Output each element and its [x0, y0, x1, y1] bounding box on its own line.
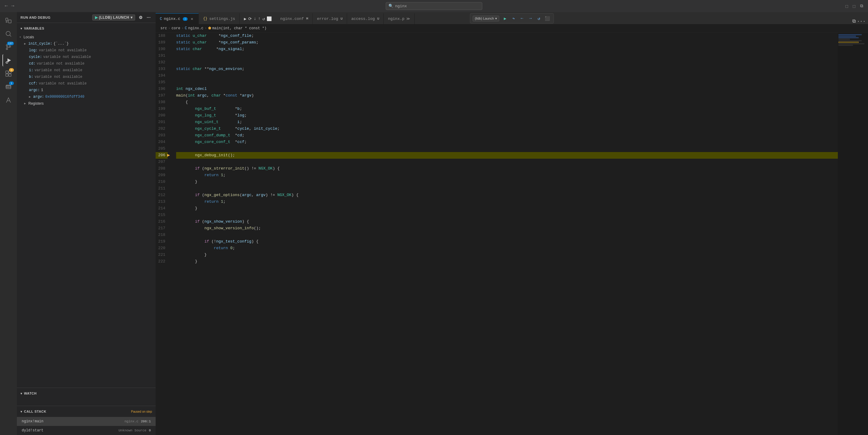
- debug-stepinto-icon[interactable]: ↓: [254, 16, 256, 21]
- var-name-ccf: ccf:: [29, 82, 38, 86]
- line-number-204: 204: [156, 139, 168, 146]
- tab-settings-js[interactable]: {} settings.js: [199, 13, 240, 24]
- layout-icon-2[interactable]: ⬚: [853, 4, 855, 9]
- main-layout: 137 1 1: [0, 12, 868, 435]
- tab-access-log[interactable]: access.log U: [347, 13, 384, 24]
- stop-button[interactable]: ⬛: [544, 15, 551, 22]
- breadcrumb-main[interactable]: ⬟main(int, char * const *): [208, 26, 267, 30]
- watch-panel: ▾ WATCH: [17, 387, 156, 406]
- line-number-190: 190: [156, 46, 168, 53]
- var-cycle[interactable]: cycle: variable not available: [17, 54, 156, 60]
- var-cd[interactable]: cd: variable not available: [17, 60, 156, 67]
- breadcrumb-src[interactable]: src: [160, 26, 167, 30]
- layout-icon-1[interactable]: ⬚: [845, 4, 848, 9]
- tab-nginx-p[interactable]: nginx.p ≫: [384, 13, 415, 24]
- extensions-badge: 1: [9, 68, 14, 72]
- var-log[interactable]: log: variable not available: [17, 47, 156, 54]
- line-number-214: 214: [156, 205, 168, 212]
- breadcrumb-core[interactable]: core: [172, 26, 180, 30]
- debug-arrow-206: ▶: [167, 152, 170, 159]
- debug-stop-icon[interactable]: ⬜: [267, 16, 272, 22]
- debug-config-dropdown[interactable]: ▶ (lldb) Launch ▾: [92, 14, 135, 21]
- locals-group-header[interactable]: ▾ Locals: [17, 34, 156, 40]
- step-into-button[interactable]: ↓: [519, 15, 526, 22]
- search-icon: 🔍: [389, 4, 393, 8]
- line-number-210: 210: [156, 179, 168, 185]
- code-line-199: ngx_buf_t *b;: [176, 105, 838, 112]
- editor-area: (lldb) Launch ▾ ▶ ↷ ↓ ↑ ↺ ⬛ C nginx.c 3 …: [156, 12, 868, 435]
- tab-icon-settings-js: {}: [203, 17, 207, 21]
- activity-item-search[interactable]: [2, 28, 14, 40]
- more-editor-actions-icon[interactable]: ···: [857, 19, 866, 24]
- callstack-item-main[interactable]: nginx!main nginx.c 206:1: [17, 417, 156, 426]
- chevron-down-icon: ▾: [131, 15, 133, 20]
- search-text: nginx: [395, 4, 407, 8]
- debug-config-label: (lldb) Launch: [99, 15, 129, 20]
- var-init-cycle[interactable]: ▶ init_cycle: {`...`}: [17, 40, 156, 47]
- code-editor[interactable]: 1881891901911921931941951961971981992002…: [156, 33, 868, 435]
- svg-rect-1: [8, 20, 11, 23]
- tab-modified-access-log: U: [377, 17, 379, 21]
- svg-point-7: [6, 48, 8, 50]
- var-b[interactable]: b: variable not available: [17, 73, 156, 80]
- callstack-item-start[interactable]: dyld!start Unknown Source 0: [17, 426, 156, 435]
- nav-back-button[interactable]: ←: [5, 3, 8, 9]
- svg-point-8: [9, 46, 11, 48]
- activity-item-gitlens[interactable]: [2, 94, 14, 106]
- titlebar-search[interactable]: 🔍 nginx: [386, 2, 482, 10]
- rdb-actions: ⚙ ···: [137, 14, 152, 21]
- activity-item-run-debug[interactable]: [2, 54, 14, 66]
- registers-label: Registers: [28, 101, 44, 105]
- more-actions-button[interactable]: ···: [145, 14, 152, 21]
- init-cycle-chevron: ▶: [24, 42, 26, 45]
- minimap[interactable]: [838, 33, 868, 435]
- locals-chevron: ▾: [19, 35, 21, 39]
- tab-nginx-c[interactable]: C nginx.c 3 ✕: [156, 13, 199, 24]
- var-argc[interactable]: argc: 1: [17, 87, 156, 94]
- line-number-216: 216: [156, 218, 168, 225]
- callstack-chevron: ▾: [21, 410, 22, 413]
- registers-group-header[interactable]: ▶ Registers: [17, 100, 156, 107]
- line-number-219: 219: [156, 238, 168, 245]
- debug-play-icon: ▶: [95, 15, 98, 20]
- layout-icon-3[interactable]: ⧉: [860, 4, 863, 8]
- nav-forward-button[interactable]: →: [11, 3, 14, 9]
- activity-item-source-control[interactable]: 137: [2, 41, 14, 53]
- restart-button[interactable]: ↺: [535, 15, 542, 22]
- debug-continue-icon[interactable]: ↺: [262, 16, 265, 22]
- split-editor-icon[interactable]: ⧉: [852, 19, 856, 24]
- debug-run-icon[interactable]: ▶: [244, 16, 246, 22]
- tab-more-icon[interactable]: ≫: [406, 17, 410, 21]
- var-argv[interactable]: ▶ argv: 0x000000016fdff340: [17, 94, 156, 100]
- step-over-button[interactable]: ↷: [510, 15, 517, 22]
- code-line-218: [176, 232, 838, 238]
- variables-section-header[interactable]: ▾ VARIABLES: [17, 23, 156, 34]
- tab-close-nginx-c[interactable]: ✕: [189, 17, 194, 22]
- debug-toolbar-config[interactable]: (lldb) Launch ▾: [473, 16, 499, 22]
- var-val-b: variable not available: [34, 75, 82, 79]
- tab-modified-nginx-conf: M: [306, 17, 308, 21]
- watch-section-header[interactable]: ▾ WATCH: [17, 388, 156, 399]
- tab-nginx-conf[interactable]: nginx.conf M: [276, 13, 313, 24]
- breadcrumb-nginx-c[interactable]: Cnginx.c: [185, 26, 204, 30]
- debug-stepout-icon[interactable]: ↑: [258, 16, 260, 21]
- callstack-header[interactable]: ▾ CALL STACK Paused on step: [17, 406, 156, 417]
- line-number-195: 195: [156, 79, 168, 86]
- continue-button[interactable]: ▶: [501, 15, 509, 22]
- tab-error-log[interactable]: error.log U: [313, 13, 347, 24]
- var-val-init-cycle: {`...`}: [53, 42, 68, 46]
- callstack-status: Paused on step: [131, 410, 152, 413]
- activity-item-remote[interactable]: 1: [2, 81, 14, 93]
- activity-item-explorer[interactable]: [2, 14, 14, 27]
- code-line-196: int ngx_cdecl: [176, 86, 838, 92]
- callstack-fn-start: dyld!start: [22, 428, 43, 433]
- activity-item-extensions[interactable]: 1: [2, 68, 14, 80]
- settings-gear-button[interactable]: ⚙: [137, 14, 144, 21]
- callstack-file-main: nginx.c: [125, 420, 138, 423]
- var-ccf[interactable]: ccf: variable not available: [17, 80, 156, 87]
- step-out-button[interactable]: ↑: [527, 15, 534, 22]
- svg-rect-16: [9, 74, 11, 76]
- line-number-201: 201: [156, 119, 168, 125]
- debug-restart-icon[interactable]: ⟳: [248, 16, 252, 22]
- var-i[interactable]: i: variable not available: [17, 67, 156, 73]
